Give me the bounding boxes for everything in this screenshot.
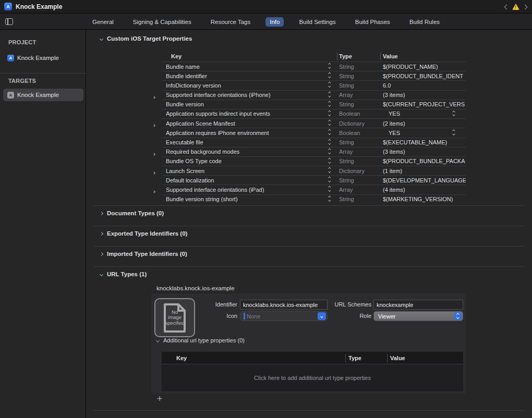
key-stepper-icon[interactable]	[329, 140, 331, 144]
chevron-right-icon[interactable]	[100, 211, 103, 215]
property-value[interactable]: $(DEVELOPMENT_LANGUAGE	[383, 177, 466, 183]
disclosure-chevron-icon[interactable]	[153, 93, 155, 100]
property-key[interactable]: Supported interface orientations (iPad)	[166, 187, 322, 193]
forward-icon[interactable]	[523, 4, 528, 9]
add-url-type-button[interactable]: +	[154, 394, 165, 404]
property-key[interactable]: Bundle identifier	[166, 73, 322, 79]
property-key[interactable]: Bundle name	[166, 64, 322, 70]
value-stepper-icon[interactable]	[453, 111, 455, 116]
property-row[interactable]: Application Scene ManifestDictionary(2 i…	[162, 118, 466, 128]
back-icon[interactable]	[504, 4, 510, 9]
section-imported-type-identifiers[interactable]: Imported Type Identifiers (0)	[100, 251, 187, 257]
disclosure-chevron-icon[interactable]	[153, 121, 155, 128]
tab-resource-tags[interactable]: Resource Tags	[207, 17, 255, 27]
disclosure-chevron-icon[interactable]	[153, 169, 155, 175]
section-document-types[interactable]: Document Types (0)	[100, 210, 164, 216]
chevron-down-icon[interactable]	[156, 338, 160, 342]
tab-build-settings[interactable]: Build Settings	[295, 17, 340, 27]
property-row[interactable]: Bundle OS Type codeString$(PRODUCT_BUNDL…	[162, 156, 466, 166]
property-value[interactable]: $(PRODUCT_BUNDLE_PACKA	[383, 158, 466, 164]
key-stepper-icon[interactable]	[329, 64, 331, 68]
disclosure-chevron-icon[interactable]	[153, 150, 155, 156]
key-stepper-icon[interactable]	[329, 149, 331, 154]
url-type-image-well[interactable]: No image specified	[154, 298, 195, 337]
section-exported-type-identifiers[interactable]: Exported Type Identifiers (0)	[100, 230, 187, 237]
warning-triangle-icon[interactable]	[512, 4, 519, 10]
property-row[interactable]: Bundle versionString$(CURRENT_PROJECT_VE…	[162, 100, 466, 109]
icon-combo-box[interactable]: None	[240, 311, 328, 321]
property-value[interactable]: $(MARKETING_VERSION)	[383, 196, 466, 202]
property-row[interactable]: Bundle nameString$(PRODUCT_NAME)	[162, 62, 466, 71]
property-value[interactable]: (3 items)	[383, 149, 466, 155]
key-stepper-icon[interactable]	[329, 111, 331, 116]
chevron-right-icon[interactable]	[100, 231, 103, 235]
tab-signing-capabilities[interactable]: Signing & Capabilities	[129, 17, 196, 27]
property-key[interactable]: Bundle version string (short)	[166, 196, 322, 202]
property-value[interactable]: $(EXECUTABLE_NAME)	[383, 139, 466, 145]
key-stepper-icon[interactable]	[329, 82, 331, 87]
property-key[interactable]: Launch Screen	[166, 168, 322, 174]
property-key[interactable]: Default localization	[166, 177, 322, 183]
key-stepper-icon[interactable]	[329, 92, 331, 97]
property-row[interactable]: Application supports indirect input even…	[162, 109, 466, 118]
key-stepper-icon[interactable]	[329, 187, 331, 191]
section-divider	[94, 226, 524, 226]
role-popup-button[interactable]: Viewer	[373, 311, 463, 321]
property-key[interactable]: Supported interface orientations (iPhone…	[166, 92, 322, 98]
chevron-down-icon[interactable]	[100, 36, 103, 40]
property-value[interactable]: $(PRODUCT_BUNDLE_IDENT	[383, 73, 466, 79]
property-value[interactable]: (2 items)	[383, 120, 466, 127]
property-value[interactable]: $(CURRENT_PROJECT_VERS	[383, 101, 466, 107]
chevron-down-icon[interactable]	[100, 272, 103, 276]
value-stepper-icon[interactable]	[453, 130, 455, 135]
disclosure-chevron-icon[interactable]	[153, 188, 155, 194]
tab-build-rules[interactable]: Build Rules	[405, 17, 444, 27]
property-row[interactable]: Supported interface orientations (iPhone…	[162, 90, 466, 100]
property-row[interactable]: Application requires iPhone environmentB…	[162, 128, 466, 137]
chevron-right-icon[interactable]	[100, 252, 103, 255]
sidebar-item-target[interactable]: A Knock Example	[3, 89, 83, 101]
property-value[interactable]: (3 items)	[383, 92, 466, 98]
sidebar-item-project[interactable]: A Knock Example	[3, 52, 83, 64]
property-value[interactable]: (4 items)	[383, 187, 466, 193]
property-row[interactable]: Default localizationString$(DEVELOPMENT_…	[162, 175, 466, 185]
property-row[interactable]: Launch ScreenDictionary(1 item)	[162, 166, 466, 175]
property-key[interactable]: Executable file	[166, 139, 322, 145]
property-key[interactable]: Required background modes	[166, 149, 322, 155]
key-stepper-icon[interactable]	[329, 196, 331, 201]
property-row[interactable]: Required background modesArray(3 items)	[162, 147, 466, 156]
key-stepper-icon[interactable]	[329, 120, 331, 125]
property-key[interactable]: InfoDictionary version	[166, 82, 322, 89]
property-value[interactable]: 6.0	[383, 82, 466, 89]
property-row[interactable]: Executable fileString$(EXECUTABLE_NAME)	[162, 138, 466, 147]
tab-build-phases[interactable]: Build Phases	[351, 17, 394, 27]
property-key[interactable]: Bundle OS Type code	[166, 158, 322, 164]
property-key[interactable]: Application supports indirect input even…	[166, 110, 322, 117]
property-row[interactable]: Bundle identifierString$(PRODUCT_BUNDLE_…	[162, 71, 466, 80]
key-stepper-icon[interactable]	[329, 158, 331, 163]
tab-info[interactable]: Info	[265, 17, 284, 27]
property-value[interactable]: $(PRODUCT_NAME)	[383, 64, 466, 70]
property-value[interactable]: (1 item)	[383, 168, 466, 174]
key-stepper-icon[interactable]	[329, 177, 331, 182]
property-row[interactable]: Bundle version string (short)String$(MAR…	[162, 194, 466, 204]
section-custom-ios-target-properties[interactable]: Custom iOS Target Properties	[100, 35, 192, 42]
property-type: Array	[339, 149, 353, 155]
key-stepper-icon[interactable]	[329, 130, 331, 134]
key-stepper-icon[interactable]	[329, 73, 331, 78]
combo-dropdown-button[interactable]	[318, 312, 326, 320]
key-stepper-icon[interactable]	[329, 168, 331, 173]
url-schemes-input[interactable]	[373, 300, 463, 310]
property-key[interactable]: Application Scene Manifest	[166, 120, 322, 127]
key-stepper-icon[interactable]	[329, 102, 331, 106]
property-key[interactable]: Application requires iPhone environment	[166, 130, 322, 136]
editor-content: Custom iOS Target Properties Key Type Va…	[87, 30, 532, 418]
property-row[interactable]: Supported interface orientations (iPad)A…	[162, 185, 466, 194]
identifier-input[interactable]	[240, 300, 328, 310]
tab-general[interactable]: General	[88, 17, 118, 27]
section-url-types[interactable]: URL Types (1)	[100, 271, 147, 277]
additional-properties-empty-state[interactable]: Click here to add additional url type pr…	[162, 364, 463, 391]
property-row[interactable]: InfoDictionary versionString6.0	[162, 80, 466, 90]
additional-properties-header[interactable]: Additional url type properties (0)	[156, 337, 245, 343]
property-key[interactable]: Bundle version	[166, 101, 322, 107]
